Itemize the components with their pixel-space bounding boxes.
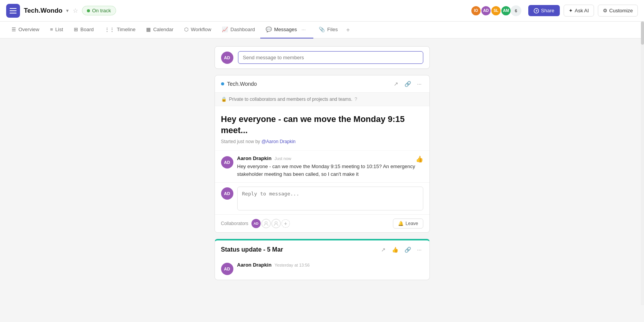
- avatar-io[interactable]: IO: [471, 5, 481, 16]
- status-card-actions: ↗ 👍 🔗 ···: [379, 246, 423, 254]
- reply-input[interactable]: [237, 187, 423, 210]
- status-badge[interactable]: On track: [82, 6, 116, 15]
- star-icon[interactable]: ☆: [73, 7, 78, 14]
- like-button[interactable]: 👍: [416, 155, 423, 163]
- channel-name: Tech.Wondo: [227, 81, 389, 87]
- tab-overview-label: Overview: [18, 27, 39, 32]
- scrollbar[interactable]: [641, 22, 644, 305]
- project-title: Tech.Wondo: [24, 7, 62, 15]
- ask-ai-button[interactable]: ✦ Ask AI: [564, 5, 594, 17]
- leave-label: Leave: [406, 221, 418, 226]
- tab-workflow-label: Workflow: [191, 27, 211, 32]
- status-message-body: Aaron Drapkin Yesterday at 13:56: [237, 262, 423, 275]
- collaborators-avatars: AD +: [251, 219, 290, 228]
- tab-timeline[interactable]: ⋮⋮ Timeline: [99, 22, 141, 38]
- svg-rect-2: [10, 13, 17, 13]
- leave-button[interactable]: 🔔 Leave: [393, 219, 423, 229]
- message-author: Aaron Drapkin: [237, 155, 272, 161]
- status-dot: [87, 9, 90, 12]
- svg-rect-1: [10, 10, 17, 11]
- add-tab-button[interactable]: +: [343, 27, 353, 33]
- message-time: Just now: [275, 156, 291, 161]
- sliders-icon: ⚙: [603, 8, 607, 13]
- status-message-item: AD Aaron Drapkin Yesterday at 13:56: [215, 259, 429, 280]
- tab-board-label: Board: [80, 27, 94, 32]
- tab-files-label: Files: [327, 27, 338, 32]
- customize-button[interactable]: ⚙ Customize: [598, 5, 638, 17]
- collab-avatar-ad: AD: [251, 219, 261, 228]
- tab-list[interactable]: ≡ List: [45, 22, 68, 38]
- customize-label: Customize: [609, 8, 633, 13]
- thread-meta-prefix: Started just now by: [221, 139, 260, 144]
- composer-avatar: AD: [221, 52, 233, 64]
- add-collaborator-button[interactable]: +: [281, 219, 290, 228]
- tab-board[interactable]: ⊞ Board: [68, 22, 99, 38]
- message-text: Hey everyone - can we move the Monday 9:…: [237, 163, 423, 178]
- avatar-count[interactable]: 6: [511, 5, 521, 16]
- menu-button[interactable]: [6, 4, 20, 18]
- message-thread-card: Tech.Wondo ↗ 🔗 ··· 🔒 Private to collabor…: [215, 75, 430, 233]
- tab-dashboard[interactable]: 📈 Dashboard: [216, 22, 260, 38]
- tab-calendar-label: Calendar: [153, 27, 173, 32]
- collab-avatar-ghost2: [271, 219, 281, 228]
- status-like-button[interactable]: 👍: [390, 246, 400, 254]
- message-composer: AD: [215, 46, 430, 69]
- avatar-sl[interactable]: SL: [491, 5, 501, 16]
- chevron-down-icon[interactable]: ▾: [66, 8, 69, 13]
- message-body: Aaron Drapkin Just now Hey everyone - ca…: [237, 155, 423, 178]
- status-more-button[interactable]: ···: [416, 246, 423, 254]
- ask-ai-label: Ask AI: [575, 8, 589, 13]
- composer-input[interactable]: [238, 51, 423, 64]
- reply-avatar: AD: [221, 187, 233, 200]
- message-item: AD Aaron Drapkin Just now Hey everyone -…: [215, 150, 429, 182]
- collaborators-row: Collaborators AD + 🔔 Leave: [215, 214, 429, 232]
- message-avatar: AD: [221, 156, 233, 169]
- avatar-ad[interactable]: AD: [481, 5, 491, 16]
- tab-files[interactable]: 📎 Files: [313, 22, 343, 38]
- sparkle-icon: ✦: [569, 8, 573, 13]
- tab-messages[interactable]: 💬 Messages ···: [260, 22, 313, 38]
- privacy-text: Private to collaborators and members of …: [229, 97, 353, 102]
- scrollbar-thumb[interactable]: [641, 22, 644, 45]
- avatar-group: IO AD SL AM 6: [471, 5, 521, 16]
- messages-more-icon[interactable]: ···: [299, 27, 308, 32]
- tab-list-label: List: [55, 27, 63, 32]
- list-icon: ≡: [50, 27, 53, 32]
- files-icon: 📎: [319, 27, 325, 32]
- privacy-notice: 🔒 Private to collaborators and members o…: [215, 93, 429, 106]
- card-header: Tech.Wondo ↗ 🔗 ···: [215, 75, 429, 93]
- share-button[interactable]: Share: [528, 5, 560, 16]
- channel-dot: [221, 82, 224, 85]
- status-link-button[interactable]: 🔗: [403, 246, 413, 254]
- collaborators-label: Collaborators: [221, 221, 248, 226]
- tab-dashboard-label: Dashboard: [230, 27, 255, 32]
- help-icon[interactable]: ?: [354, 97, 357, 102]
- tab-messages-label: Messages: [274, 27, 297, 32]
- link-button[interactable]: 🔗: [403, 80, 413, 88]
- more-button[interactable]: ···: [416, 80, 423, 88]
- card-actions: ↗ 🔗 ···: [392, 80, 423, 88]
- messages-icon: 💬: [266, 27, 272, 32]
- collab-avatar-ghost1: [261, 219, 271, 228]
- expand-button[interactable]: ↗: [392, 80, 400, 88]
- tab-timeline-label: Timeline: [117, 27, 136, 32]
- thread-author-link[interactable]: @Aaron Drapkin: [261, 139, 296, 144]
- timeline-icon: ⋮⋮: [105, 27, 115, 32]
- workflow-icon: ⬡: [184, 27, 188, 32]
- main-content: AD Tech.Wondo ↗ 🔗 ··· 🔒 Private to colla…: [0, 38, 644, 322]
- tab-overview[interactable]: ☰ Overview: [6, 22, 45, 38]
- avatar-am[interactable]: AM: [501, 5, 511, 16]
- board-icon: ⊞: [74, 27, 78, 32]
- status-author-row: Aaron Drapkin Yesterday at 13:56: [237, 262, 423, 268]
- svg-point-5: [275, 222, 277, 224]
- tabbar: ☰ Overview ≡ List ⊞ Board ⋮⋮ Timeline ▦ …: [0, 22, 644, 38]
- dashboard-icon: 📈: [222, 27, 228, 32]
- tab-calendar[interactable]: ▦ Calendar: [141, 22, 179, 38]
- thread-title: Hey everyone - can we move the Monday 9:…: [215, 106, 429, 137]
- thread-meta: Started just now by @Aaron Drapkin: [215, 137, 429, 150]
- tab-workflow[interactable]: ⬡ Workflow: [179, 22, 216, 38]
- status-time: Yesterday at 13:56: [275, 263, 310, 267]
- status-card-title: Status update - 5 Mar: [221, 246, 376, 253]
- status-expand-button[interactable]: ↗: [379, 246, 387, 254]
- lock-icon: 🔒: [221, 97, 227, 102]
